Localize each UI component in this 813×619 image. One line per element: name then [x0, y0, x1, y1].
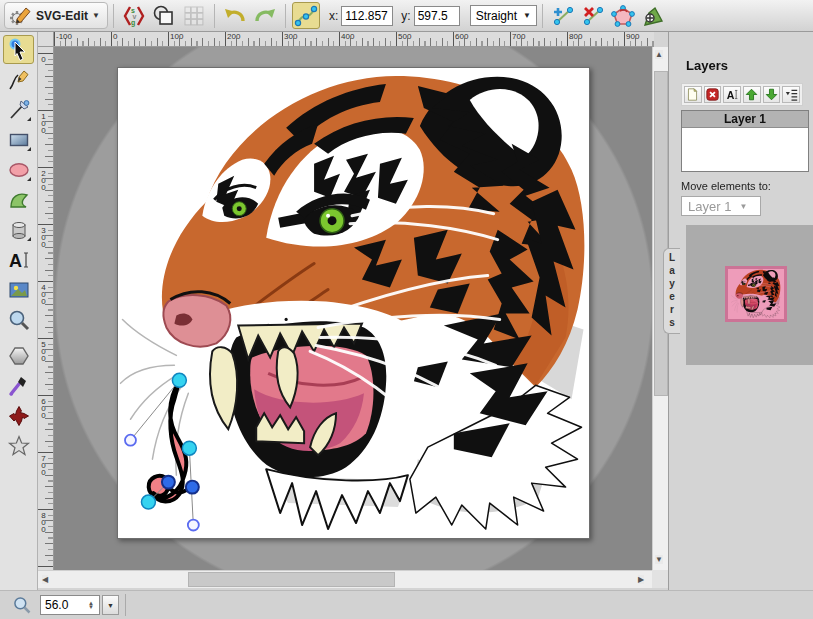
redo-icon: [253, 4, 277, 28]
layer-menu-button[interactable]: [782, 86, 800, 103]
toolbar-separator: [214, 4, 215, 28]
h-ruler-label: 200: [227, 32, 240, 41]
v-ruler-label: 300: [39, 226, 48, 247]
toolbar-separator: [285, 4, 286, 28]
tool-path[interactable]: [3, 185, 34, 214]
layer-thumbnail[interactable]: [725, 266, 787, 322]
zoom-level-field: ▲▼: [40, 595, 100, 615]
star-tool-icon: [7, 434, 31, 458]
h-ruler-label: 500: [398, 32, 411, 41]
tool-line[interactable]: [3, 95, 34, 124]
tool-image[interactable]: [3, 275, 34, 304]
v-ruler-label: 900: [39, 568, 48, 570]
control-point-handle[interactable]: [188, 520, 199, 531]
svg-edit-logo: [8, 4, 32, 28]
zoom-icon: [12, 595, 32, 615]
redo-button[interactable]: [251, 2, 279, 29]
path-node-selected[interactable]: [162, 476, 175, 489]
source-code-button[interactable]: s v g: [120, 2, 148, 29]
tool-shape-library[interactable]: [3, 215, 34, 244]
y-coordinate-input[interactable]: [414, 6, 460, 26]
h-ruler-label: 100: [170, 32, 183, 41]
polygon-tool-icon: [7, 344, 31, 368]
v-ruler-label: 200: [39, 169, 48, 190]
shape-library-icon: [7, 218, 31, 242]
scroll-left-icon[interactable]: ◀: [42, 575, 48, 584]
ellipse-tool-icon: [7, 158, 31, 182]
main-menu-label: SVG-Edit: [36, 9, 88, 23]
control-point-handle[interactable]: [125, 435, 136, 446]
layer-up-button[interactable]: [743, 86, 761, 103]
horizontal-scroll-thumb[interactable]: [188, 572, 395, 587]
tool-rectangle[interactable]: [3, 125, 34, 154]
chevron-down-icon: ▼: [92, 11, 100, 20]
h-ruler-label: 600: [455, 32, 468, 41]
tool-text[interactable]: A: [3, 245, 34, 274]
segment-type-select[interactable]: Straight ▼: [470, 5, 537, 26]
chevron-down-icon: ▼: [107, 602, 114, 609]
layer-list-item[interactable]: Layer 1: [682, 111, 808, 128]
zoom-spinner[interactable]: ▲▼: [85, 601, 99, 609]
open-path-icon: [641, 4, 665, 28]
node-edit-tool-button[interactable]: [292, 2, 320, 29]
tool-pencil[interactable]: [3, 65, 34, 94]
horizontal-ruler: -10001002003004005006007008009001000: [54, 32, 654, 47]
scroll-up-icon[interactable]: ▲: [655, 50, 663, 59]
delete-layer-button[interactable]: [704, 86, 722, 103]
svg-canvas[interactable]: [117, 67, 590, 539]
zoom-level-input[interactable]: [41, 597, 85, 613]
h-ruler-label: -100: [56, 32, 72, 41]
x-coordinate-input[interactable]: [341, 6, 393, 26]
line-tool-icon: [7, 98, 31, 122]
main-menu-button[interactable]: SVG-Edit ▼: [4, 2, 108, 29]
tool-polygon[interactable]: [3, 341, 34, 370]
tool-eyedropper[interactable]: [3, 371, 34, 400]
toolbar-separator: [542, 4, 543, 28]
add-node-button[interactable]: [549, 2, 577, 29]
tool-zoom[interactable]: [3, 305, 34, 334]
close-path-button[interactable]: [609, 2, 637, 29]
vertical-ruler: 0100200300400500600700800900: [38, 47, 54, 570]
v-ruler-label: 500: [39, 340, 48, 361]
svg-text:g: g: [131, 19, 135, 27]
undo-button[interactable]: [221, 2, 249, 29]
path-node-selected[interactable]: [186, 481, 199, 494]
delete-node-button[interactable]: [579, 2, 607, 29]
rectangle-tool-icon: [7, 128, 31, 152]
open-path-button[interactable]: [639, 2, 667, 29]
svg-text:A: A: [9, 251, 22, 271]
tool-select[interactable]: [3, 35, 34, 64]
path-node[interactable]: [182, 441, 196, 455]
move-elements-select[interactable]: Layer 1 ▼: [681, 196, 761, 216]
zoom-dropdown-button[interactable]: ▼: [102, 595, 119, 615]
path-node[interactable]: [141, 495, 155, 509]
tool-ellipse[interactable]: [3, 155, 34, 184]
tool-shapes[interactable]: [3, 401, 34, 430]
workspace[interactable]: [54, 47, 652, 570]
layers-side-tab[interactable]: Layers: [663, 248, 680, 334]
zoom-tool-icon: [7, 308, 31, 332]
path-tool-icon: [7, 188, 31, 212]
new-layer-icon: [686, 88, 699, 101]
horizontal-scrollbar[interactable]: ◀ ▶: [38, 570, 652, 588]
vertical-scroll-thumb[interactable]: [654, 71, 668, 396]
select-tool-icon: [7, 38, 31, 62]
new-layer-button[interactable]: [684, 86, 702, 103]
scroll-down-icon[interactable]: ▼: [655, 555, 663, 564]
rename-layer-button[interactable]: A: [723, 86, 741, 103]
tool-star[interactable]: [3, 431, 34, 460]
wireframe-icon: [152, 4, 176, 28]
path-node[interactable]: [172, 373, 186, 387]
layer-thumbnail-image: [728, 269, 784, 319]
v-ruler-label: 600: [39, 397, 48, 418]
grid-button[interactable]: [180, 2, 208, 29]
v-ruler-label: 700: [39, 454, 48, 475]
layer-preview-panel: [686, 225, 813, 365]
scroll-right-icon[interactable]: ▶: [638, 575, 644, 584]
segment-type-value: Straight: [476, 9, 517, 23]
y-coordinate-label: y:: [401, 9, 410, 23]
wireframe-button[interactable]: [150, 2, 178, 29]
v-ruler-label: 800: [39, 511, 48, 532]
layer-down-button[interactable]: [763, 86, 781, 103]
svg-text:A: A: [726, 89, 734, 101]
